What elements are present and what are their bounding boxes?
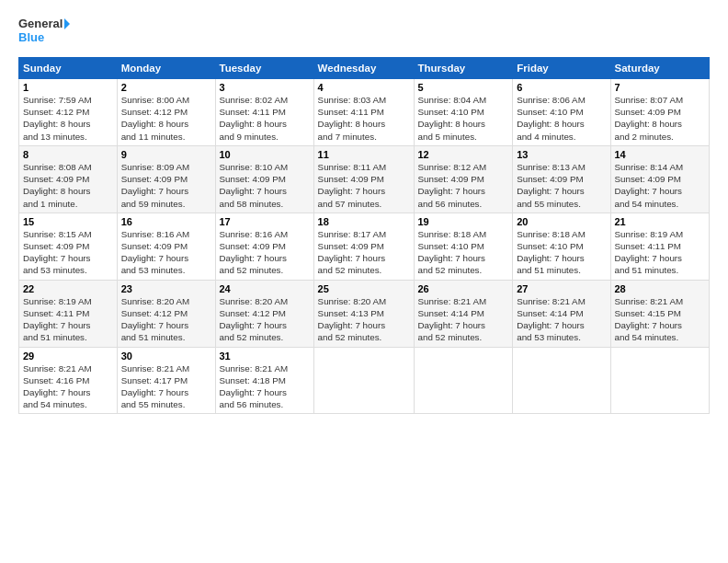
calendar-cell: 9Sunrise: 8:09 AMSunset: 4:09 PMDaylight…	[117, 145, 215, 213]
day-number: 16	[121, 216, 211, 227]
calendar-cell: 2Sunrise: 8:00 AMSunset: 4:12 PMDaylight…	[117, 79, 215, 146]
day-number: 14	[615, 149, 706, 160]
svg-text:Blue: Blue	[18, 30, 44, 44]
dow-header: Tuesday	[215, 58, 313, 79]
calendar-cell	[513, 347, 610, 414]
day-number: 29	[23, 350, 113, 362]
day-info: Sunrise: 8:21 AMSunset: 4:16 PMDaylight:…	[23, 363, 92, 410]
day-info: Sunrise: 8:19 AMSunset: 4:11 PMDaylight:…	[615, 229, 684, 276]
day-number: 15	[23, 216, 113, 227]
day-number: 5	[418, 82, 509, 93]
day-number: 10	[220, 149, 310, 160]
day-number: 25	[318, 283, 410, 294]
calendar-cell	[313, 347, 414, 414]
day-info: Sunrise: 8:08 AMSunset: 4:09 PMDaylight:…	[23, 162, 92, 209]
calendar-cell	[610, 347, 710, 414]
calendar-cell: 28Sunrise: 8:21 AMSunset: 4:15 PMDayligh…	[610, 280, 710, 347]
day-info: Sunrise: 8:21 AMSunset: 4:17 PMDaylight:…	[121, 363, 190, 410]
day-info: Sunrise: 8:16 AMSunset: 4:09 PMDaylight:…	[121, 229, 190, 276]
day-number: 30	[121, 350, 211, 362]
day-info: Sunrise: 8:21 AMSunset: 4:15 PMDaylight:…	[615, 296, 684, 343]
day-number: 3	[220, 82, 310, 93]
logo: General Blue	[18, 15, 70, 48]
day-info: Sunrise: 8:07 AMSunset: 4:09 PMDaylight:…	[615, 95, 684, 142]
day-info: Sunrise: 8:20 AMSunset: 4:13 PMDaylight:…	[318, 296, 387, 343]
day-info: Sunrise: 8:04 AMSunset: 4:10 PMDaylight:…	[418, 95, 487, 142]
day-number: 28	[615, 283, 706, 294]
dow-header: Thursday	[414, 58, 513, 79]
calendar-cell: 6Sunrise: 8:06 AMSunset: 4:10 PMDaylight…	[513, 79, 610, 146]
day-number: 24	[220, 283, 310, 294]
day-info: Sunrise: 8:21 AMSunset: 4:14 PMDaylight:…	[418, 296, 487, 343]
day-info: Sunrise: 8:10 AMSunset: 4:09 PMDaylight:…	[220, 162, 289, 209]
calendar-cell: 30Sunrise: 8:21 AMSunset: 4:17 PMDayligh…	[117, 347, 215, 414]
day-number: 8	[23, 149, 113, 160]
day-number: 21	[615, 216, 706, 227]
day-number: 31	[220, 350, 310, 362]
day-info: Sunrise: 8:02 AMSunset: 4:11 PMDaylight:…	[220, 95, 289, 142]
calendar-cell: 3Sunrise: 8:02 AMSunset: 4:11 PMDaylight…	[215, 79, 313, 146]
day-number: 27	[517, 283, 606, 294]
dow-header: Friday	[513, 58, 610, 79]
day-number: 1	[23, 82, 113, 93]
logo-svg: General Blue	[18, 15, 70, 48]
day-number: 22	[23, 283, 113, 294]
calendar-cell: 10Sunrise: 8:10 AMSunset: 4:09 PMDayligh…	[215, 145, 313, 213]
day-info: Sunrise: 8:00 AMSunset: 4:12 PMDaylight:…	[121, 95, 190, 142]
svg-text:General: General	[18, 17, 63, 30]
day-number: 7	[615, 82, 706, 93]
day-number: 26	[418, 283, 509, 294]
calendar-cell: 16Sunrise: 8:16 AMSunset: 4:09 PMDayligh…	[117, 213, 215, 280]
day-info: Sunrise: 8:19 AMSunset: 4:11 PMDaylight:…	[23, 296, 92, 343]
day-info: Sunrise: 8:13 AMSunset: 4:09 PMDaylight:…	[517, 162, 586, 209]
header: General Blue	[18, 15, 710, 48]
day-number: 6	[517, 82, 606, 93]
calendar-cell: 5Sunrise: 8:04 AMSunset: 4:10 PMDaylight…	[414, 79, 513, 146]
day-info: Sunrise: 8:11 AMSunset: 4:09 PMDaylight:…	[318, 162, 387, 209]
day-number: 18	[318, 216, 410, 227]
day-info: Sunrise: 8:15 AMSunset: 4:09 PMDaylight:…	[23, 229, 92, 276]
day-number: 12	[418, 149, 509, 160]
day-info: Sunrise: 8:03 AMSunset: 4:11 PMDaylight:…	[318, 95, 387, 142]
day-info: Sunrise: 8:16 AMSunset: 4:09 PMDaylight:…	[220, 229, 289, 276]
calendar-cell	[414, 347, 513, 414]
day-info: Sunrise: 8:12 AMSunset: 4:09 PMDaylight:…	[418, 162, 487, 209]
day-info: Sunrise: 8:21 AMSunset: 4:18 PMDaylight:…	[220, 363, 289, 410]
svg-marker-2	[64, 18, 70, 29]
day-number: 11	[318, 149, 410, 160]
day-number: 2	[121, 82, 211, 93]
day-number: 13	[517, 149, 606, 160]
day-number: 17	[220, 216, 310, 227]
day-info: Sunrise: 8:17 AMSunset: 4:09 PMDaylight:…	[318, 229, 387, 276]
day-info: Sunrise: 8:14 AMSunset: 4:09 PMDaylight:…	[615, 162, 684, 209]
calendar-cell: 31Sunrise: 8:21 AMSunset: 4:18 PMDayligh…	[215, 347, 313, 414]
day-info: Sunrise: 8:18 AMSunset: 4:10 PMDaylight:…	[418, 229, 487, 276]
dow-header: Sunday	[19, 58, 118, 79]
calendar-cell: 11Sunrise: 8:11 AMSunset: 4:09 PMDayligh…	[313, 145, 414, 213]
dow-header: Saturday	[610, 58, 710, 79]
calendar-cell: 15Sunrise: 8:15 AMSunset: 4:09 PMDayligh…	[19, 213, 118, 280]
dow-header: Wednesday	[313, 58, 414, 79]
calendar-cell: 20Sunrise: 8:18 AMSunset: 4:10 PMDayligh…	[513, 213, 610, 280]
calendar-cell: 22Sunrise: 8:19 AMSunset: 4:11 PMDayligh…	[19, 280, 118, 347]
day-number: 19	[418, 216, 509, 227]
day-info: Sunrise: 8:20 AMSunset: 4:12 PMDaylight:…	[121, 296, 190, 343]
day-number: 23	[121, 283, 211, 294]
calendar-cell: 17Sunrise: 8:16 AMSunset: 4:09 PMDayligh…	[215, 213, 313, 280]
calendar-cell: 24Sunrise: 8:20 AMSunset: 4:12 PMDayligh…	[215, 280, 313, 347]
calendar-cell: 12Sunrise: 8:12 AMSunset: 4:09 PMDayligh…	[414, 145, 513, 213]
day-number: 20	[517, 216, 606, 227]
day-number: 9	[121, 149, 211, 160]
calendar-cell: 23Sunrise: 8:20 AMSunset: 4:12 PMDayligh…	[117, 280, 215, 347]
day-info: Sunrise: 8:18 AMSunset: 4:10 PMDaylight:…	[517, 229, 586, 276]
day-info: Sunrise: 8:06 AMSunset: 4:10 PMDaylight:…	[517, 95, 586, 142]
calendar-cell: 27Sunrise: 8:21 AMSunset: 4:14 PMDayligh…	[513, 280, 610, 347]
calendar-cell: 19Sunrise: 8:18 AMSunset: 4:10 PMDayligh…	[414, 213, 513, 280]
calendar-cell: 7Sunrise: 8:07 AMSunset: 4:09 PMDaylight…	[610, 79, 710, 146]
calendar-cell: 14Sunrise: 8:14 AMSunset: 4:09 PMDayligh…	[610, 145, 710, 213]
calendar-cell: 13Sunrise: 8:13 AMSunset: 4:09 PMDayligh…	[513, 145, 610, 213]
day-info: Sunrise: 8:21 AMSunset: 4:14 PMDaylight:…	[517, 296, 586, 343]
page: General Blue SundayMondayTuesdayWednesda…	[0, 0, 728, 563]
calendar-table: SundayMondayTuesdayWednesdayThursdayFrid…	[18, 57, 710, 414]
calendar-cell: 26Sunrise: 8:21 AMSunset: 4:14 PMDayligh…	[414, 280, 513, 347]
